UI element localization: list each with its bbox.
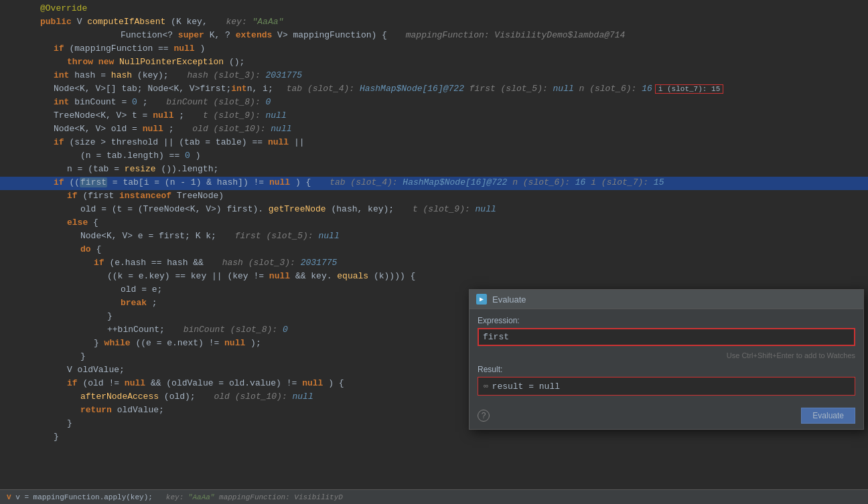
dialog-body: Expression: Use Ctrl+Shift+Enter to add … [469, 309, 863, 402]
code-line-4: if (mappingFunction == null ) [0, 43, 868, 56]
code-line-15: if (first instanceof TreeNode) [0, 190, 868, 203]
code-line-3: Function<? super K, ? extends V> mapping… [0, 29, 868, 43]
dialog-title: Evaluate [492, 295, 526, 305]
code-line-19: do { [0, 244, 868, 257]
result-label: Result: [478, 365, 855, 374]
i-slot-box: i (slot_7): 15 [655, 84, 723, 94]
code-line-11: if (size > threshold || (tab = table) ==… [0, 137, 868, 150]
code-line-5: throw new NullPointerException (); [0, 56, 868, 70]
debug-bar-text: V v = mappingFunction.apply(key); [7, 493, 153, 501]
code-line-10: Node<K, V> old = null ; old (slot_10): n… [0, 123, 868, 137]
hint-text: Use Ctrl+Shift+Enter to add to Watches [478, 351, 855, 359]
dialog-footer: ? Evaluate [469, 402, 863, 429]
annotation-override: @Override [40, 3, 87, 13]
code-line-14: if ((first = tab[i = (n - 1) & hash]) !=… [0, 177, 868, 190]
code-editor: @Override public V computeIfAbsent (K ke… [0, 0, 868, 504]
expression-label: Expression: [478, 316, 855, 325]
evaluate-dialog: ▶ Evaluate Expression: Use Ctrl+Shift+En… [469, 289, 864, 430]
code-line-13: n = (tab = resize ()).length; [0, 163, 868, 177]
code-line-18: Node<K, V> e = first; K k; first (slot_5… [0, 230, 868, 244]
code-line-20: if (e.hash == hash && hash (slot_3): 203… [0, 257, 868, 270]
result-text: result = null [492, 382, 560, 392]
help-icon[interactable]: ? [478, 410, 490, 422]
code-line-6: int hash = hash (key); hash (slot_3): 20… [0, 70, 868, 83]
code-line-33: } [0, 431, 868, 444]
code-line-8: int binCount = 0 ; binCount (slot_8): 0 [0, 96, 868, 110]
dialog-titlebar: ▶ Evaluate [469, 290, 863, 309]
code-line-17: else { [0, 217, 868, 230]
code-line-16: old = (t = (TreeNode<K, V>) first). getT… [0, 203, 868, 217]
code-line-21: ((k = e.key) == key || (key != null && k… [0, 270, 868, 284]
result-box: ∞ result = null [478, 377, 855, 396]
expression-input-wrapper[interactable] [478, 328, 855, 346]
evaluate-icon: ▶ [476, 294, 487, 305]
result-icon: ∞ [484, 382, 488, 390]
code-line-1: @Override [0, 3, 868, 16]
code-line-12: (n = tab.length) == 0 ) [0, 150, 868, 163]
debug-bar: V v = mappingFunction.apply(key); key: "… [0, 489, 868, 504]
expression-input[interactable] [483, 332, 850, 342]
code-line-2: public V computeIfAbsent (K key, key: "A… [0, 16, 868, 29]
code-line-9: TreeNode<K, V> t = null ; t (slot_9): nu… [0, 110, 868, 123]
evaluate-button[interactable]: Evaluate [801, 408, 855, 424]
code-line-7: Node<K, V>[] tab; Node<K, V> first ; int… [0, 83, 868, 96]
